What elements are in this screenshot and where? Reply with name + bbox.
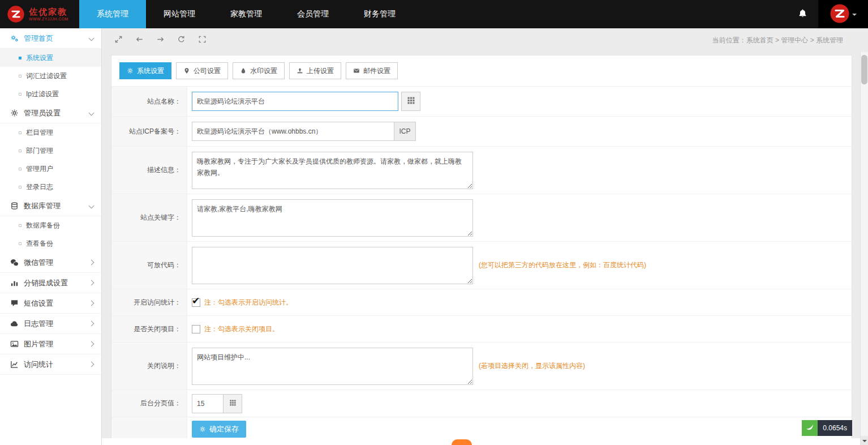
tab-system-settings[interactable]: 系统设置: [119, 62, 171, 79]
sidebar-item-admin-users[interactable]: 管理用户: [0, 160, 101, 178]
site-name-input[interactable]: [192, 92, 398, 111]
wechat-icon: [10, 258, 19, 267]
page-size-input[interactable]: [192, 394, 224, 413]
sidebar-item-column-management[interactable]: 栏目管理: [0, 123, 101, 142]
main-area: 当前位置：系统首页 > 管理中心 > 系统管理 系统设置 公司设置 水印设置: [102, 28, 868, 445]
tab-watermark-settings[interactable]: 水印设置: [233, 62, 285, 79]
sidebar-group-label: 管理首页: [24, 33, 53, 44]
arrow-left-icon: [135, 35, 144, 45]
nav-website-management[interactable]: 网站管理: [146, 0, 213, 28]
brand-title: 佐优家教: [29, 7, 68, 16]
sidebar-item-system-settings[interactable]: 系统设置: [0, 49, 101, 67]
triangle-down-icon: [862, 440, 867, 444]
nav-finance-management[interactable]: 财务管理: [346, 0, 413, 28]
sidebar-item-word-filter-settings[interactable]: 词汇过滤设置: [0, 67, 101, 85]
sidebar-group-sms-settings[interactable]: 短信设置: [0, 293, 101, 314]
form-row-close-project: 是否关闭项目： 注：勾选表示关闭项目。: [111, 316, 852, 343]
back-button[interactable]: [133, 34, 145, 46]
sidebar-item-login-logs[interactable]: 登录日志: [0, 178, 101, 196]
tab-label: 邮件设置: [363, 66, 390, 76]
close-project-checkbox[interactable]: [192, 325, 200, 333]
embed-code-textarea[interactable]: [192, 247, 473, 284]
brand-logo-icon: [7, 5, 25, 23]
tab-toolbar: 当前位置：系统首页 > 管理中心 > 系统管理: [102, 28, 868, 52]
sidebar-item-label: 管理用户: [26, 164, 53, 174]
top-navigation: 系统管理 网站管理 家教管理 会员管理 财务管理: [79, 0, 413, 28]
chevron-down-icon: [852, 14, 857, 18]
site-name-picker-button[interactable]: [401, 92, 420, 111]
scrollbar-down-button[interactable]: [861, 436, 868, 445]
sidebar-item-view-backups[interactable]: 查看备份: [0, 234, 101, 253]
sidebar-group-visit-statistics[interactable]: 访问统计: [0, 354, 101, 375]
chevron-right-icon: [89, 301, 94, 306]
visit-stats-note: 注：勾选表示开启访问统计。: [204, 298, 293, 307]
sidebar-group-admin-settings[interactable]: 管理员设置: [0, 103, 101, 123]
refresh-button[interactable]: [175, 34, 187, 46]
sidebar-item-department-management[interactable]: 部门管理: [0, 142, 101, 160]
nav-member-management[interactable]: 会员管理: [280, 0, 346, 28]
user-menu[interactable]: [818, 0, 868, 28]
footer-logo-partial: [452, 439, 472, 445]
icp-addon: ICP: [394, 122, 416, 141]
avatar: [830, 3, 850, 25]
page-size-picker-button[interactable]: [223, 394, 242, 413]
sidebar-item-label: Ip过滤设置: [26, 89, 59, 99]
field-label: 关闭说明：: [111, 343, 187, 390]
vertical-scrollbar[interactable]: [860, 52, 868, 445]
field-label: 后台分页值：: [111, 390, 187, 417]
sidebar-group-database-management[interactable]: 数据库管理: [0, 196, 101, 216]
tab-mail-settings[interactable]: 邮件设置: [346, 62, 398, 79]
field-label: 站点关键字：: [111, 194, 187, 241]
icp-input[interactable]: [192, 122, 394, 141]
forward-button[interactable]: [154, 34, 166, 46]
tab-upload-settings[interactable]: 上传设置: [289, 62, 341, 79]
brand-logo[interactable]: 佐优家教 WWW.ZYJJJH.COM: [0, 0, 79, 28]
tab-company-settings[interactable]: 公司设置: [176, 62, 228, 79]
chevron-down-icon: [89, 36, 94, 41]
nav-system-management[interactable]: 系统管理: [79, 0, 146, 28]
nav-label: 财务管理: [364, 9, 396, 19]
close-project-note: 注：勾选表示关闭项目。: [204, 324, 279, 334]
sidebar-group-label: 日志管理: [24, 319, 53, 329]
refresh-icon: [177, 35, 186, 45]
scrollbar-thumb[interactable]: [861, 55, 867, 84]
expand-button[interactable]: [112, 34, 124, 46]
settings-card: 系统设置 公司设置 水印设置 上传设置: [111, 55, 852, 438]
tab-label: 上传设置: [307, 66, 334, 76]
form-row-page-size: 后台分页值：: [111, 390, 852, 417]
field-label: 站点ICP备案号：: [111, 117, 187, 146]
form-row-site-name: 站点名称：: [111, 87, 852, 117]
description-textarea[interactable]: 嗨教家教网，专注于为广大家长及学员提供优质的教师资源。请家教，做家都，就上嗨教家…: [192, 152, 473, 189]
sidebar-group-commission-settings[interactable]: 分销提成设置: [0, 273, 101, 293]
nav-label: 会员管理: [297, 9, 329, 19]
notifications-button[interactable]: [787, 0, 818, 28]
visit-stats-checkbox[interactable]: [192, 298, 200, 307]
close-note-textarea[interactable]: 网站项目维护中...: [192, 348, 473, 385]
bullet-icon: [19, 224, 22, 227]
sidebar-item-ip-filter-settings[interactable]: Ip过滤设置: [0, 85, 101, 103]
keywords-textarea[interactable]: 请家教,家教平台,嗨教家教网: [192, 199, 473, 237]
field-label: 站点名称：: [111, 87, 187, 116]
sidebar-item-database-backup[interactable]: 数据库备份: [0, 216, 101, 234]
fullscreen-button[interactable]: [196, 34, 208, 46]
sidebar-group-image-management[interactable]: 图片管理: [0, 334, 101, 354]
field-label-empty: [111, 417, 187, 438]
nav-label: 家教管理: [230, 9, 262, 19]
save-button[interactable]: 确定保存: [192, 421, 246, 438]
chevron-right-icon: [89, 321, 94, 327]
bullet-icon: [19, 242, 22, 245]
sidebar-group-label: 微信管理: [24, 258, 53, 268]
nav-tutor-management[interactable]: 家教管理: [213, 0, 280, 28]
form-row-save: 确定保存: [111, 417, 852, 438]
tab-label: 系统设置: [137, 66, 164, 76]
sidebar-group-log-management[interactable]: 日志管理: [0, 314, 101, 334]
sidebar-item-label: 部门管理: [26, 146, 53, 156]
sidebar-item-label: 登录日志: [26, 182, 53, 192]
brand-subtitle: WWW.ZYJJJH.COM: [29, 17, 68, 22]
sidebar-group-manage-home[interactable]: 管理首页: [0, 28, 101, 49]
nav-label: 系统管理: [97, 9, 128, 19]
sidebar-group-wechat-management[interactable]: 微信管理: [0, 253, 101, 273]
load-time-value: 0.0654s: [818, 420, 852, 436]
fullscreen-icon: [198, 35, 207, 45]
topbar: 佐优家教 WWW.ZYJJJH.COM 系统管理 网站管理 家教管理 会员管理 …: [0, 0, 868, 28]
